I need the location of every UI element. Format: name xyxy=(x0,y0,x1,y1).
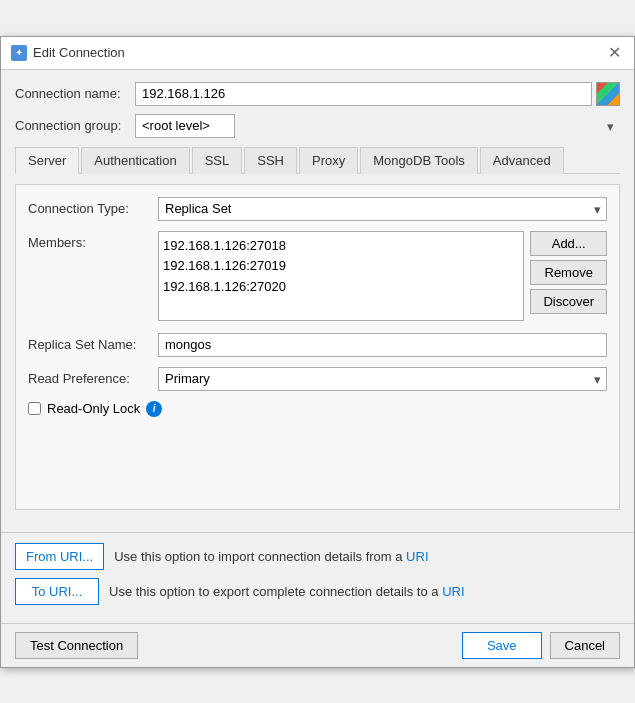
connection-name-input[interactable] xyxy=(135,82,592,106)
members-buttons: Add... Remove Discover xyxy=(530,231,607,314)
app-icon: ✦ xyxy=(11,45,27,61)
read-preference-select[interactable]: Primary xyxy=(158,367,607,391)
connection-group-label: Connection group: xyxy=(15,118,135,133)
add-member-button[interactable]: Add... xyxy=(530,231,607,256)
edit-connection-dialog: ✦ Edit Connection ✕ Connection name: Con… xyxy=(0,36,635,668)
save-button[interactable]: Save xyxy=(462,632,542,659)
to-uri-row: To URI... Use this option to export comp… xyxy=(15,578,620,605)
connection-group-select[interactable]: <root level> xyxy=(135,114,235,138)
connection-type-wrapper: Replica Set xyxy=(158,197,607,221)
readonly-lock-checkbox[interactable] xyxy=(28,402,41,415)
connection-type-row: Connection Type: Replica Set xyxy=(28,197,607,221)
connection-type-label: Connection Type: xyxy=(28,201,158,216)
tab-ssl[interactable]: SSL xyxy=(192,147,243,174)
readonly-lock-row: Read-Only Lock i xyxy=(28,401,607,417)
tab-server[interactable]: Server xyxy=(15,147,79,174)
from-uri-row: From URI... Use this option to import co… xyxy=(15,543,620,570)
footer: Test Connection Save Cancel xyxy=(1,623,634,667)
connection-name-label: Connection name: xyxy=(15,86,135,101)
from-uri-desc: Use this option to import connection det… xyxy=(114,549,428,564)
connection-group-wrapper: <root level> xyxy=(135,114,620,138)
tab-advanced[interactable]: Advanced xyxy=(480,147,564,174)
members-list[interactable]: 192.168.1.126:27018 192.168.1.126:27019 … xyxy=(158,231,524,321)
tab-bar: Server Authentication SSL SSH Proxy Mong… xyxy=(15,146,620,174)
color-picker-button[interactable] xyxy=(596,82,620,106)
connection-group-row: Connection group: <root level> xyxy=(15,114,620,138)
server-tab-panel: Connection Type: Replica Set Members: 19… xyxy=(15,184,620,510)
replica-set-name-row: Replica Set Name: xyxy=(28,333,607,357)
discover-button[interactable]: Discover xyxy=(530,289,607,314)
members-section: Members: 192.168.1.126:27018 192.168.1.1… xyxy=(28,231,607,321)
tab-proxy[interactable]: Proxy xyxy=(299,147,358,174)
dialog-title: Edit Connection xyxy=(33,45,125,60)
read-preference-row: Read Preference: Primary xyxy=(28,367,607,391)
title-bar-left: ✦ Edit Connection xyxy=(11,45,125,61)
to-uri-button[interactable]: To URI... xyxy=(15,578,99,605)
connection-type-select[interactable]: Replica Set xyxy=(158,197,607,221)
tab-mongodb-tools[interactable]: MongoDB Tools xyxy=(360,147,478,174)
main-content: Connection name: Connection group: <root… xyxy=(1,70,634,522)
replica-set-name-label: Replica Set Name: xyxy=(28,337,158,352)
cancel-button[interactable]: Cancel xyxy=(550,632,620,659)
read-preference-label: Read Preference: xyxy=(28,371,158,386)
tab-ssh[interactable]: SSH xyxy=(244,147,297,174)
connection-name-row: Connection name: xyxy=(15,82,620,106)
from-uri-button[interactable]: From URI... xyxy=(15,543,104,570)
close-button[interactable]: ✕ xyxy=(604,43,624,63)
test-connection-button[interactable]: Test Connection xyxy=(15,632,138,659)
member-item: 192.168.1.126:27018 xyxy=(163,236,519,257)
tab-authentication[interactable]: Authentication xyxy=(81,147,189,174)
replica-set-name-input[interactable] xyxy=(158,333,607,357)
info-icon: i xyxy=(146,401,162,417)
to-uri-link[interactable]: URI xyxy=(442,584,464,599)
uri-section: From URI... Use this option to import co… xyxy=(1,532,634,623)
member-item: 192.168.1.126:27020 xyxy=(163,277,519,298)
readonly-lock-label: Read-Only Lock xyxy=(47,401,140,416)
title-bar: ✦ Edit Connection ✕ xyxy=(1,37,634,70)
tab-spacer xyxy=(28,417,607,497)
to-uri-desc: Use this option to export complete conne… xyxy=(109,584,465,599)
read-preference-wrapper: Primary xyxy=(158,367,607,391)
members-label: Members: xyxy=(28,231,158,250)
from-uri-link[interactable]: URI xyxy=(406,549,428,564)
remove-member-button[interactable]: Remove xyxy=(530,260,607,285)
member-item: 192.168.1.126:27019 xyxy=(163,256,519,277)
